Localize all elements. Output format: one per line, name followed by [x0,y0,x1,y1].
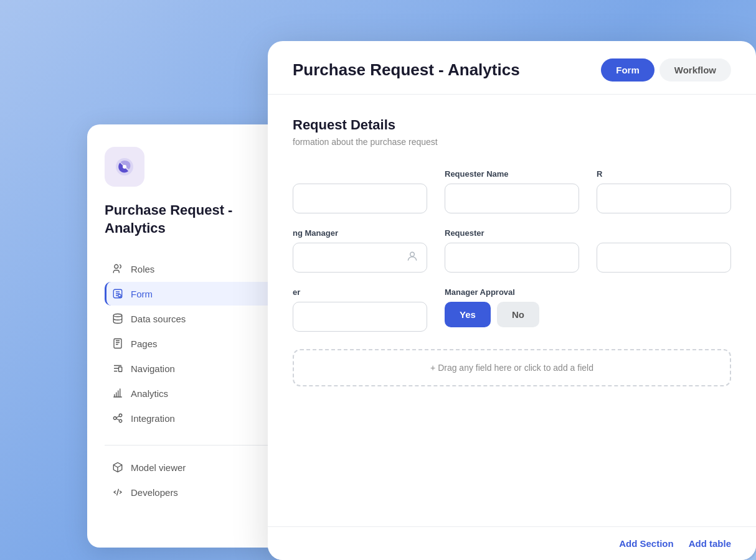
add-table-link[interactable]: Add table [689,538,731,549]
manager-approval-label: Manager Approval [445,287,579,297]
approval-yes-button[interactable]: Yes [445,302,491,327]
svg-point-7 [113,417,116,420]
field6-input[interactable] [597,243,731,273]
field1-label [293,169,427,179]
main-footer: Add Section Add table [268,526,756,560]
form-group-field3: R [597,169,731,213]
form-group-field6 [597,228,731,273]
sidebar-item-navigation-label: Navigation [131,363,175,374]
approval-buttons: Yes No [445,302,579,327]
section-title: Request Details [293,117,731,133]
sidebar-item-model-viewer-label: Model viewer [131,462,186,473]
svg-point-8 [119,414,122,417]
form-group-field7: er [293,287,427,332]
sidebar-item-analytics[interactable]: Analytics [105,381,294,405]
drag-field-area[interactable]: + Drag any field here or click to add a … [293,349,731,386]
sidebar-item-roles[interactable]: Roles [105,257,294,281]
requester-name-input[interactable] [445,184,579,213]
form-group-manager-approval: Manager Approval Yes No [445,287,579,332]
svg-point-9 [119,419,122,422]
hiring-manager-wrapper [293,243,427,273]
field3-input[interactable] [597,184,731,213]
form-group-requester-name: Requester Name [445,169,579,213]
sidebar-item-developers-label: Developers [131,487,178,498]
svg-point-0 [123,165,126,169]
svg-rect-5 [114,339,121,348]
form-group-requester: Requester [445,228,579,273]
hiring-manager-label: ng Manager [293,228,427,238]
main-content: Request Details formation about the purc… [268,95,756,558]
svg-point-3 [118,294,121,297]
svg-point-10 [410,252,415,256]
add-section-link[interactable]: Add Section [619,538,674,549]
sidebar-item-pages[interactable]: Pages [105,332,294,355]
tab-form[interactable]: Form [601,58,654,82]
sidebar-divider [105,445,294,446]
sidebar-item-model-viewer[interactable]: Model viewer [105,455,294,479]
field7-input[interactable] [293,302,427,332]
sidebar-bottom-nav: Model viewer Developers [105,455,294,504]
tab-workflow[interactable]: Workflow [659,58,731,82]
sidebar-item-integration-label: Integration [131,413,175,424]
svg-point-4 [113,314,122,317]
sidebar-item-integration[interactable]: Integration [105,406,294,430]
sidebar-item-navigation[interactable]: Navigation [105,357,294,380]
main-header: Purchase Request - Analytics Form Workfl… [268,41,756,95]
main-panel: Purchase Request - Analytics Form Workfl… [268,41,756,560]
sidebar-item-form[interactable]: Form [105,282,294,306]
sidebar-title: Purchase Request - Analytics [105,202,294,237]
form-grid: Requester Name R ng Manager [293,169,731,332]
header-tabs: Form Workflow [601,58,731,82]
sidebar-item-analytics-label: Analytics [131,388,168,399]
form-group-field1 [293,169,427,213]
field7-label: er [293,287,427,297]
form-group-hiring-manager: ng Manager [293,228,427,273]
approval-no-button[interactable]: No [497,302,539,327]
requester-name-label: Requester Name [445,169,579,179]
requester-input[interactable] [445,243,579,273]
requester-label: Requester [445,228,579,238]
sidebar-item-data-sources[interactable]: Data sources [105,307,294,330]
svg-point-1 [115,264,118,268]
sidebar-nav: Roles Form Data sources Pages [105,257,294,430]
sidebar-item-data-sources-label: Data sources [131,314,186,324]
sidebar-item-developers[interactable]: Developers [105,480,294,504]
svg-rect-6 [119,367,122,372]
sidebar-item-form-label: Form [131,289,153,299]
app-logo [105,147,144,187]
section-subtitle: formation about the purchase request [293,137,731,147]
sidebar-item-roles-label: Roles [131,264,154,274]
person-icon [406,250,418,265]
main-panel-title: Purchase Request - Analytics [293,60,520,80]
field6-label [597,228,731,238]
sidebar-item-pages-label: Pages [131,338,158,349]
field1-input[interactable] [293,184,427,213]
field3-label: R [597,169,731,179]
